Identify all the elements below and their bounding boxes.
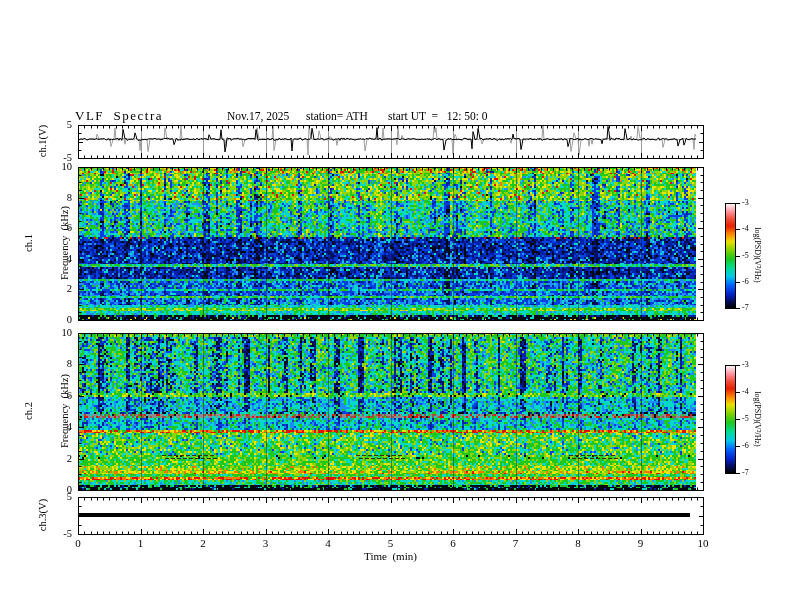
ch2-spec-ytick-label: 6 bbox=[44, 390, 72, 401]
x-axis-title: Time (min) bbox=[330, 550, 451, 562]
ch2-spec-ylabel: ch.2 Frequency (kHz) bbox=[0, 374, 95, 448]
colorbar2-tick-label: -5 bbox=[742, 414, 764, 423]
x-tick-label: 1 bbox=[126, 537, 156, 549]
ch2-spec-ytick-label: 10 bbox=[44, 327, 72, 338]
colorbar2-tick-label: -3 bbox=[742, 360, 764, 369]
figure-title: VLF Spectra bbox=[75, 108, 163, 124]
x-tick-label: 2 bbox=[188, 537, 218, 549]
figure-canvas bbox=[0, 0, 792, 612]
ch2-spec-ytick-label: 2 bbox=[44, 453, 72, 464]
x-tick-label: 4 bbox=[313, 537, 343, 549]
x-tick-label: 9 bbox=[626, 537, 656, 549]
x-tick-label: 8 bbox=[563, 537, 593, 549]
colorbar2-tick-label: -7 bbox=[742, 468, 764, 477]
colorbar2-tick-label: -6 bbox=[742, 441, 764, 450]
ch1-spec-ytick-label: 8 bbox=[44, 192, 72, 203]
ch3-wave-ytick-label: -5 bbox=[44, 528, 72, 539]
x-tick-label: 10 bbox=[688, 537, 718, 549]
start-ut-label: start UT = 12: 50: 0 bbox=[388, 110, 488, 122]
colorbar1-tick-label: -6 bbox=[742, 277, 764, 286]
x-tick-label: 6 bbox=[438, 537, 468, 549]
ch1-spec-ylabel: ch.1 Frequency (kHz) bbox=[0, 206, 95, 280]
colorbar1-tick-label: -5 bbox=[742, 251, 764, 260]
x-tick-label: 3 bbox=[251, 537, 281, 549]
station-label: station= ATH bbox=[306, 110, 368, 122]
colorbar2-tick-label: -4 bbox=[742, 387, 764, 396]
ch1-spec-ytick-label: 0 bbox=[44, 314, 72, 325]
ch3-wave-ylabel: ch.3(V) bbox=[37, 499, 48, 531]
colorbar1-tick-label: -7 bbox=[742, 303, 764, 312]
ch2-spec-ytick-label: 0 bbox=[44, 484, 72, 495]
colorbar1-tick-label: -4 bbox=[742, 224, 764, 233]
ch2-spec-ytick-label: 8 bbox=[44, 358, 72, 369]
ch1-spec-ytick-label: 10 bbox=[44, 161, 72, 172]
figure-date: Nov.17, 2025 bbox=[227, 110, 289, 122]
x-tick-label: 5 bbox=[376, 537, 406, 549]
ch1-wave-ytick-label: 5 bbox=[44, 119, 72, 130]
ch2-spec-ylabel-line1: ch.2 bbox=[23, 374, 35, 448]
x-tick-label: 7 bbox=[501, 537, 531, 549]
colorbar1-tick-label: -3 bbox=[742, 198, 764, 207]
ch2-spec-ylabel-line2: Frequency (kHz) bbox=[59, 374, 71, 448]
vlf-spectra-figure: VLF Spectra Nov.17, 2025 station= ATH st… bbox=[0, 0, 792, 612]
ch1-spec-ytick-label: 6 bbox=[44, 222, 72, 233]
ch1-spec-ytick-label: 2 bbox=[44, 283, 72, 294]
ch1-spec-ytick-label: 4 bbox=[44, 253, 72, 264]
ch1-spec-ylabel-line2: Frequency (kHz) bbox=[59, 206, 71, 280]
ch2-spec-ytick-label: 4 bbox=[44, 421, 72, 432]
ch1-spec-ylabel-line1: ch.1 bbox=[23, 206, 35, 280]
